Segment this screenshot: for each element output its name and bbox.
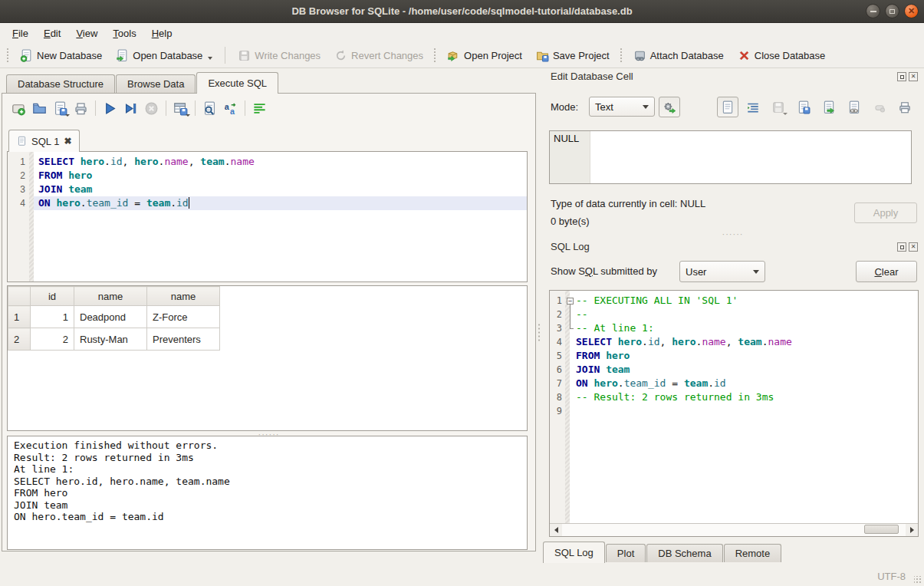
toolbar-handle[interactable]	[620, 48, 623, 63]
tab-execute-sql[interactable]: Execute SQL	[196, 72, 278, 94]
dock-tab-sql-log[interactable]: SQL Log	[543, 542, 605, 563]
cell-editor[interactable]: NULL	[549, 130, 912, 184]
export-cell-button[interactable]	[818, 97, 840, 117]
sql-editor[interactable]: 1234 SELECT hero.id, hero.name, team.nam…	[7, 151, 528, 282]
menu-file[interactable]: File	[5, 25, 36, 41]
text-document-button[interactable]	[717, 97, 738, 117]
results-table: idnamename11DeadpondZ-Force22Rusty-ManPr…	[8, 286, 220, 351]
export-results-button[interactable]	[170, 98, 191, 118]
word-wrap-cell-icon	[746, 100, 760, 114]
tab-database-structure[interactable]: Database Structure	[6, 74, 115, 93]
column-header-name[interactable]: name	[74, 287, 147, 306]
scrollbar-thumb[interactable]	[864, 525, 899, 534]
dropdown-arrow-icon[interactable]	[208, 57, 212, 60]
title-bar: DB Browser for SQLite - /home/user/code/…	[0, 0, 924, 23]
dropdown-arrow-icon[interactable]	[65, 114, 70, 117]
corner-header-cell[interactable]	[8, 287, 31, 306]
sql-code-line: JOIN team	[34, 183, 527, 196]
menu-view[interactable]: View	[68, 25, 105, 41]
auto-apply-button[interactable]	[659, 97, 680, 117]
log-horizontal-scrollbar[interactable]	[550, 523, 918, 536]
scrollbar-trough[interactable]	[562, 524, 906, 536]
column-header-name[interactable]: name	[147, 287, 220, 306]
dock-tab-remote[interactable]: Remote	[724, 544, 782, 562]
log-text: -- At line 1:	[576, 321, 654, 335]
dropdown-arrow-icon[interactable]	[783, 113, 788, 115]
toolbar-button-label: New Database	[37, 50, 102, 61]
find-replace-button[interactable]	[199, 98, 220, 118]
table-cell[interactable]: Deadpond	[74, 306, 147, 328]
save-sql-file-button[interactable]	[50, 98, 71, 118]
mode-select[interactable]: Text	[589, 97, 655, 117]
message-pane[interactable]: Execution finished without errors.Result…	[7, 436, 528, 550]
link-cell-button[interactable]	[843, 97, 865, 117]
dropdown-arrow-icon[interactable]	[186, 114, 190, 117]
word-wrap-cell-button[interactable]	[742, 97, 764, 117]
line-number: 5	[550, 349, 565, 363]
sql-code-line: SELECT hero.id, hero.name, team.name	[34, 155, 527, 169]
menu-tools[interactable]: Tools	[105, 25, 143, 41]
menu-help[interactable]: Help	[144, 25, 180, 41]
open-sql-file-button[interactable]	[29, 98, 50, 118]
log-line: 5FROM hero	[550, 349, 918, 363]
table-cell[interactable]: 2	[31, 328, 74, 351]
message-line: JOIN team	[14, 499, 521, 512]
close-sql-tab-icon[interactable]: ✖	[64, 137, 71, 146]
format-sql-button[interactable]: aa	[220, 98, 241, 118]
table-cell[interactable]: Z-Force	[147, 306, 220, 328]
dock-tab-db-schema[interactable]: DB Schema	[646, 544, 722, 562]
log-line: 7ON hero.team_id = team.id	[550, 377, 918, 390]
new-database-button[interactable]: New Database	[13, 46, 109, 65]
tab-browse-data[interactable]: Browse Data	[116, 74, 196, 93]
open-database-button[interactable]: Open Database	[109, 46, 219, 65]
float-dock-icon[interactable]	[897, 242, 906, 252]
collapse-icon[interactable]: −	[567, 298, 574, 305]
sql-document-tab[interactable]: SQL 1 ✖	[8, 130, 80, 152]
close-dock-icon[interactable]: ✕	[909, 72, 918, 81]
save-project-icon	[536, 49, 549, 62]
print-cell-button[interactable]	[894, 97, 916, 117]
import-cell-button[interactable]	[793, 97, 814, 117]
table-cell[interactable]: 1	[31, 306, 74, 328]
execute-all-button[interactable]	[100, 98, 120, 118]
word-wrap-button[interactable]	[249, 98, 270, 118]
dock-splitter[interactable]: ······	[541, 232, 924, 236]
open-project-button[interactable]: Open Project	[440, 46, 529, 65]
save-project-button[interactable]: Save Project	[529, 46, 617, 65]
write-changes-icon	[238, 49, 251, 62]
menu-edit[interactable]: Edit	[36, 25, 68, 41]
scroll-left-icon[interactable]	[550, 524, 562, 535]
column-header-id[interactable]: id	[31, 287, 74, 306]
clear-button[interactable]: Clear	[856, 261, 917, 282]
close-dock-icon[interactable]: ✕	[909, 242, 918, 252]
submitted-by-select[interactable]: User	[679, 261, 765, 282]
close-icon[interactable]: ✕	[904, 4, 919, 18]
toolbar-button-label: Open Project	[464, 50, 522, 61]
dock-tab-plot[interactable]: Plot	[606, 544, 646, 562]
minimize-icon[interactable]	[866, 4, 880, 18]
scroll-right-icon[interactable]	[906, 524, 918, 535]
toolbar-handle[interactable]	[6, 48, 10, 63]
new-sql-tab-button[interactable]	[8, 98, 29, 118]
print-cell-icon	[898, 100, 912, 114]
open-sql-file-icon	[32, 101, 47, 116]
print-button[interactable]	[71, 98, 91, 118]
table-cell[interactable]: Rusty-Man	[74, 328, 147, 351]
toolbar-button-label: Open Database	[133, 50, 202, 61]
sql-toolbar: aa	[8, 97, 270, 119]
line-number: 6	[550, 363, 565, 377]
execute-line-button[interactable]	[120, 98, 141, 118]
main-toolbar: New DatabaseOpen DatabaseWrite ChangesRe…	[0, 43, 924, 68]
toolbar-handle[interactable]	[433, 48, 437, 63]
stop-icon	[144, 101, 159, 116]
revert-changes-icon	[334, 49, 347, 62]
resize-grip[interactable]	[914, 576, 922, 584]
maximize-icon[interactable]	[885, 4, 899, 18]
float-dock-icon[interactable]	[897, 72, 906, 81]
row-header[interactable]: 2	[8, 328, 31, 351]
row-header[interactable]: 1	[8, 306, 31, 328]
attach-database-button[interactable]: Attach Database	[626, 46, 731, 65]
table-cell[interactable]: Preventers	[147, 328, 220, 351]
sql-log-view[interactable]: 1−-- EXECUTING ALL IN 'SQL 1'2--3-- At l…	[549, 290, 919, 537]
close-database-button[interactable]: Close Database	[731, 46, 833, 65]
